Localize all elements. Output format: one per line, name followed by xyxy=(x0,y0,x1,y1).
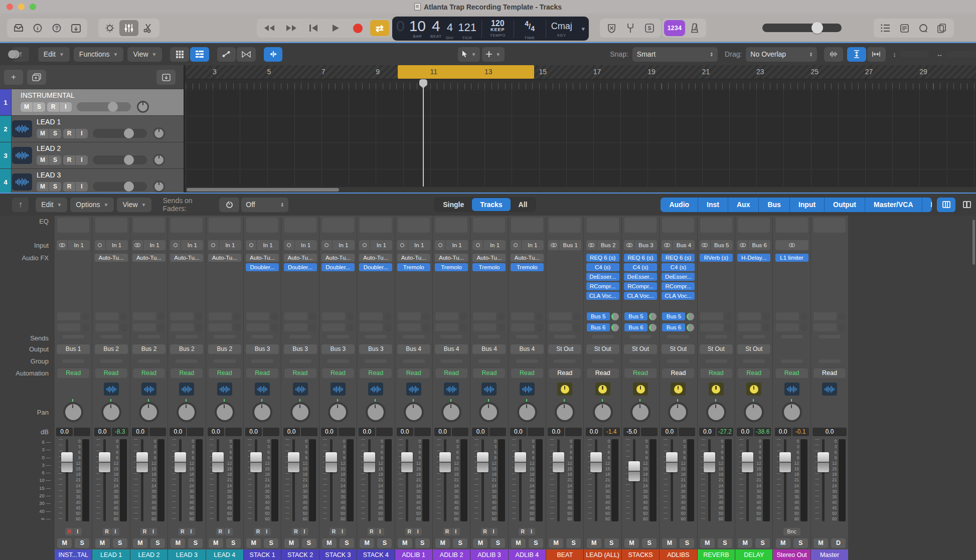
audio-fx-plugin[interactable]: CLA Voc... xyxy=(624,292,657,300)
send-level-knob[interactable] xyxy=(195,324,203,331)
close-button[interactable] xyxy=(7,4,13,10)
group-slot[interactable] xyxy=(327,359,349,363)
wide-channel-view-icon[interactable] xyxy=(957,198,976,212)
library-icon[interactable] xyxy=(9,20,28,36)
channel-name[interactable]: LEAD 1 xyxy=(92,549,129,560)
output-slot[interactable]: Bus 3 xyxy=(359,344,392,354)
input-monitor-button[interactable]: I xyxy=(527,528,535,535)
audio-fx-plugin[interactable]: RCompr... xyxy=(624,282,657,290)
track-header[interactable]: 2 LEAD 1 MS RI xyxy=(0,116,184,142)
channel-name[interactable]: ADLIB 3 xyxy=(470,549,508,560)
input-slot[interactable]: In 1 xyxy=(284,240,317,250)
audio-fx-plugin[interactable]: DeEsser... xyxy=(624,273,657,281)
peak-value[interactable] xyxy=(641,428,658,436)
channel-name[interactable]: ADLIBS xyxy=(660,549,697,560)
lcd-chevron-down-icon[interactable]: ▾ xyxy=(577,17,589,41)
group-slot[interactable] xyxy=(629,359,652,363)
mixer-back-button[interactable]: ↑ xyxy=(12,198,29,212)
record-enable-button[interactable]: R xyxy=(179,528,187,535)
playhead-marker[interactable] xyxy=(419,79,427,88)
eq-thumbnail-slot[interactable] xyxy=(738,218,770,233)
automation-mode-button[interactable]: Read xyxy=(322,368,354,378)
eq-thumbnail-slot[interactable] xyxy=(57,218,89,233)
send-level-knob[interactable] xyxy=(347,313,354,320)
automation-mode-button[interactable]: Read xyxy=(662,368,694,378)
peak-value[interactable] xyxy=(74,428,90,436)
mixer-tab-single[interactable]: Single xyxy=(435,198,472,211)
track-mute-button[interactable]: M xyxy=(37,182,49,192)
narrow-channel-view-icon[interactable] xyxy=(937,198,955,212)
audio-fx-plugin[interactable]: Auto-Tu... xyxy=(511,254,544,262)
play-button[interactable] xyxy=(326,20,345,36)
send-level-knob[interactable] xyxy=(384,313,392,320)
group-slot[interactable] xyxy=(365,359,387,363)
send-level-knob[interactable] xyxy=(611,324,619,331)
eq-thumbnail-slot[interactable] xyxy=(322,218,354,233)
volume-fader[interactable] xyxy=(253,439,259,521)
volume-fader[interactable] xyxy=(101,439,108,521)
track-record-button[interactable]: R xyxy=(63,182,75,192)
mute-button[interactable]: M xyxy=(322,538,337,548)
eq-thumbnail-slot[interactable] xyxy=(549,218,581,233)
track-mute-button[interactable]: M xyxy=(37,155,49,165)
minimize-button[interactable] xyxy=(18,4,25,10)
input-slot[interactable]: Bus 1 xyxy=(548,240,581,250)
send-level-knob[interactable] xyxy=(422,313,430,320)
output-slot[interactable]: Bus 1 xyxy=(57,344,90,354)
peak-value[interactable] xyxy=(679,428,695,436)
track-input-monitor-button[interactable]: I xyxy=(76,155,88,165)
peak-value[interactable] xyxy=(490,428,506,436)
record-enable-button[interactable]: R xyxy=(140,528,148,535)
mute-button[interactable]: M xyxy=(171,538,185,548)
mute-button[interactable]: M xyxy=(398,538,412,548)
volume-value[interactable]: 0.0 xyxy=(56,428,73,436)
record-enable-button[interactable]: R xyxy=(368,528,376,535)
send-slot[interactable] xyxy=(57,323,80,331)
volume-value[interactable]: 0.0 xyxy=(510,428,527,436)
audio-fx-plugin[interactable]: DeEsser... xyxy=(662,273,695,281)
eq-thumbnail-slot[interactable] xyxy=(360,218,392,233)
group-slot[interactable] xyxy=(62,359,84,363)
output-slot[interactable]: Bus 4 xyxy=(511,344,544,354)
send-slot[interactable]: Bus 6 xyxy=(662,323,685,331)
smart-controls-icon[interactable] xyxy=(100,20,119,36)
fader-cap[interactable] xyxy=(401,452,413,472)
filter-input[interactable]: Input xyxy=(790,198,825,212)
volume-fader[interactable] xyxy=(479,439,486,521)
volume-value[interactable]: 0.0 xyxy=(132,428,148,436)
audio-fx-plugin[interactable]: Auto-Tu... xyxy=(208,254,241,262)
send-level-knob[interactable] xyxy=(838,313,846,320)
tracks-view-menu[interactable]: View▼ xyxy=(127,47,162,62)
pan-knob[interactable] xyxy=(252,402,272,422)
input-slot[interactable]: In 1 xyxy=(321,240,355,250)
send-level-knob[interactable] xyxy=(762,313,770,320)
automation-mode-button[interactable]: Read xyxy=(171,368,203,378)
sends-on-faders-power-icon[interactable] xyxy=(219,198,240,212)
send-slot[interactable] xyxy=(435,323,458,331)
fader-cap[interactable] xyxy=(477,452,489,472)
track-header-config-button[interactable] xyxy=(156,70,176,85)
input-slot[interactable]: In 1 xyxy=(132,240,166,250)
audio-fx-plugin[interactable]: Doubler... xyxy=(359,263,392,271)
audio-fx-plugin[interactable]: Tremolo xyxy=(472,263,506,271)
metronome-icon[interactable] xyxy=(685,20,704,36)
input-monitor-button[interactable]: I xyxy=(490,528,498,535)
duplicate-track-button[interactable] xyxy=(27,70,46,85)
mute-button[interactable]: M xyxy=(57,538,72,548)
mute-button[interactable]: M xyxy=(246,538,261,548)
output-slot[interactable]: Bus 3 xyxy=(284,344,317,354)
horizontal-scrollbar-thumb[interactable] xyxy=(187,188,339,192)
volume-value[interactable]: 0.0 xyxy=(434,428,451,436)
input-slot[interactable]: In 1 xyxy=(435,240,468,250)
audio-fx-plugin[interactable]: REQ 6 (s) xyxy=(624,254,657,262)
volume-fader[interactable] xyxy=(328,439,335,521)
fader-cap[interactable] xyxy=(704,452,715,472)
group-slot[interactable] xyxy=(516,359,538,363)
record-enable-button[interactable]: R xyxy=(405,528,413,535)
channel-name[interactable]: ADLIB 4 xyxy=(509,549,546,560)
channel-name[interactable]: STACK 3 xyxy=(319,549,357,560)
input-slot[interactable]: In 1 xyxy=(511,240,544,250)
input-monitor-button[interactable]: I xyxy=(187,528,195,535)
audio-fx-plugin[interactable]: Auto-Tu... xyxy=(472,254,506,262)
solo-button[interactable]: S xyxy=(415,538,430,548)
